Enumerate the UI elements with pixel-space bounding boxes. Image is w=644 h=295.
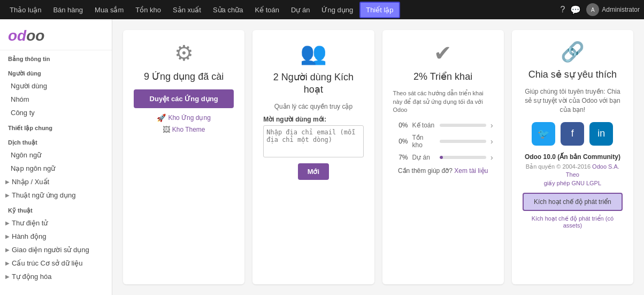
chat-icon[interactable]: 💬 [570,5,581,15]
sidebar-item-ngonngu[interactable]: Ngôn ngữ [0,148,112,162]
sidebar-item-label: Hành động [12,232,46,240]
section-bangthongtin: Bảng thông tin [0,50,112,65]
users-card-title: 2 Người dùng Kích hoạt [263,71,363,96]
help-label: Cần thêm giúp đỡ? [398,167,453,175]
deploy-bar-bg-ketoan [440,124,486,127]
sidebar-item-label: Giao diện người sử dụng [12,246,89,254]
section-nguoidung: Người dùng [0,65,112,79]
nav-sanxuat[interactable]: Sản xuất [167,3,206,17]
social-icons: 🐦 f in [523,122,623,146]
sidebar-item-label: Nhập / Xuất [12,178,49,186]
sidebar: odoo Bảng thông tin Người dùng Người dùn… [0,19,112,295]
deploy-stat-ketoan: 0% Kế toán › [393,121,493,130]
nav-ketoan[interactable]: Kế toán [249,3,285,17]
checkmark-icon: ✔ [393,41,493,65]
nav-muasam[interactable]: Mua sắm [89,3,129,17]
share-card: 🔗 Chia sẻ sự yêu thích Giúp chúng tôi tu… [512,30,633,284]
copyright-text: Bản quyền © 2004-2016 Odoo S.A. Theo giấ… [523,163,623,187]
arrow-right-icon[interactable]: › [490,121,493,130]
deploy-pct-tonkho: 0% [393,138,408,145]
linkedin-button[interactable]: in [589,122,613,146]
deploy-pct-ketoan: 0% [393,122,408,129]
rocket-icon: 🚀 [157,114,166,122]
help-text: Cần thêm giúp đỡ? Xem tài liệu [393,167,493,175]
nav-thietlap[interactable]: Thiết lập [359,2,400,18]
sidebar-item-tudong[interactable]: ▶ Tự động hóa [0,270,112,283]
nav-ungdung[interactable]: Ứng dụng [316,3,358,17]
sidebar-item-thudientu[interactable]: ▶ Thư điện tử [0,216,112,230]
share-card-title: Chia sẻ sự yêu thích [523,69,623,81]
activate-dev-button[interactable]: Kích hoạt chế độ phát triển [523,193,623,211]
sidebar-item-thuatngu[interactable]: ▶ Thuật ngữ ứng dụng [0,188,112,202]
browse-apps-button[interactable]: Duyệt các Ứng dụng [134,89,234,108]
nav-banhang[interactable]: Bán hàng [48,3,88,17]
sidebar-item-label: Thuật ngữ ứng dụng [12,191,75,199]
nav-menu: Thảo luận Bán hàng Mua sắm Tồn kho Sản x… [4,2,400,18]
facebook-button[interactable]: f [561,122,584,146]
chevron-right-icon: ▶ [5,220,10,226]
users-icon: 👥 [263,41,363,66]
sidebar-item-nguoidung[interactable]: Người dùng [0,79,112,93]
users-card: 👥 2 Người dùng Kích hoạt Quản lý các quy… [252,30,374,284]
sidebar-item-giaodien[interactable]: ▶ Giao diện người sử dụng [0,243,112,256]
arrow-right-icon-3[interactable]: › [490,153,493,162]
sidebar-item-label: Thư điện tử [12,219,48,227]
admin-badge[interactable]: A Administrator [586,3,640,16]
invite-button[interactable]: Mới [298,163,329,180]
twitter-icon: 🐦 [538,128,549,140]
help-icon[interactable]: ? [560,5,565,14]
nav-suachua[interactable]: Sửa chữa [208,3,248,17]
sidebar-item-nhapdao[interactable]: ▶ Nhập / Xuất [0,175,112,188]
sidebar-item-nhom[interactable]: Nhóm [0,93,112,106]
top-navigation: Thảo luận Bán hàng Mua sắm Tồn kho Sản x… [0,0,644,19]
arrow-right-icon-2[interactable]: › [490,137,493,146]
twitter-button[interactable]: 🐦 [532,122,555,146]
lgpl-link[interactable]: giấy phép GNU LGPL [544,180,601,186]
invite-email-input[interactable] [263,125,363,157]
users-subtitle: Quản lý các quyền truy cập [263,103,363,110]
chevron-right-icon: ▶ [5,260,10,266]
sidebar-item-congty[interactable]: Công ty [0,106,112,119]
sidebar-item-hanhdong[interactable]: ▶ Hành động [0,230,112,243]
chevron-right-icon: ▶ [5,233,10,239]
sidebar-item-cautruc[interactable]: ▶ Cấu trúc Cơ sở dữ liệu [0,256,112,270]
deploy-bar-fill-duan [440,156,443,159]
deploy-pct-duan: 7% [393,154,408,161]
chevron-right-icon: ▶ [5,247,10,253]
theme-icon: 🖼 [163,125,170,134]
activate-dev-assets-button[interactable]: Kích hoạt chế độ phát triển (có assets) [523,213,623,231]
deploy-bar-bg-tonkho [440,140,486,143]
deploy-label-tonkho: Tồn kho [412,134,436,149]
theo-link[interactable]: Theo [566,171,579,178]
main-layout: odoo Bảng thông tin Người dùng Người dùn… [0,19,644,295]
section-thietlapchung: Thiết lập chung [0,119,112,134]
deploy-label-duan: Dự án [412,154,436,161]
sidebar-item-napngonngu[interactable]: Nạp ngôn ngữ [0,162,112,175]
chevron-right-icon: ▶ [5,274,10,279]
gear-icon: ⚙ [134,41,234,65]
theme-store-link[interactable]: Kho Theme [172,126,205,133]
app-store-link[interactable]: Kho Ứng dụng [168,114,210,122]
deploy-bar-bg-duan [440,156,486,159]
sidebar-item-label: Tự động hóa [12,273,52,281]
help-link[interactable]: Xem tài liệu [454,167,488,175]
share-icon: 🔗 [523,41,623,63]
deploy-stat-tonkho: 0% Tồn kho › [393,134,493,149]
avatar: A [586,3,599,16]
deploy-card-title: 2% Triển khai [393,71,493,83]
nav-thaoluan[interactable]: Thảo luận [4,3,47,17]
nav-tonkho[interactable]: Tồn kho [130,3,166,17]
copyright-label: Bản quyền © 2004-2016 [526,163,591,170]
chevron-right-icon: ▶ [5,179,10,185]
section-kythuat: Kỹ thuật [0,202,112,216]
odoo-logo: odoo [8,27,104,44]
nav-duan[interactable]: Dự án [286,3,315,17]
topnav-right: ? 💬 A Administrator [560,3,640,16]
deploy-desc: Theo sát các hướng dẫn triển khai này để… [393,89,493,114]
logo-area: odoo [0,19,112,50]
version-info: Odoo 10.0 (Ấn bản Community) [523,153,623,161]
section-dichtuat: Dịch thuật [0,134,112,148]
invite-label: Mời người dùng mới: [263,116,363,123]
odoosa-link[interactable]: Odoo S.A. [592,163,619,170]
deploy-stat-duan: 7% Dự án › [393,153,493,162]
